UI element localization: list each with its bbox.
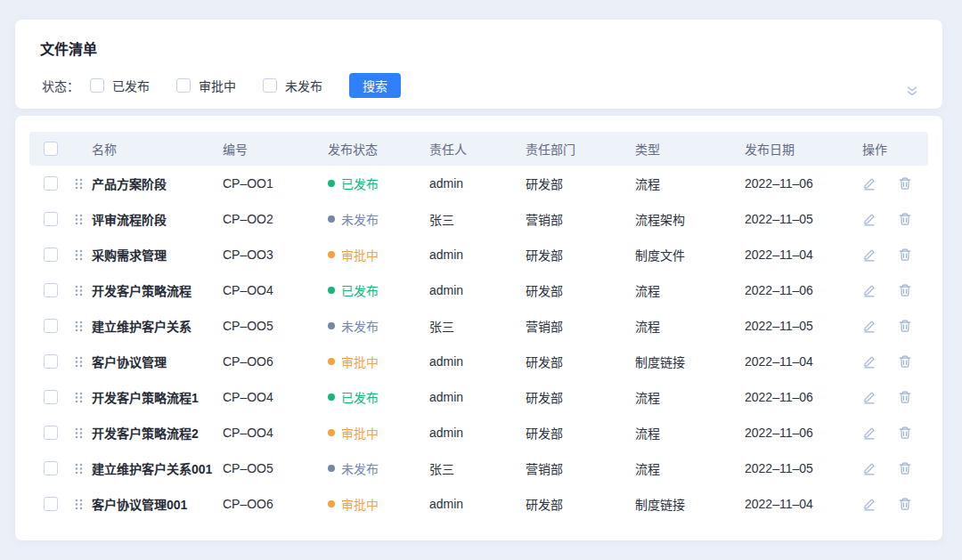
edit-icon[interactable]	[862, 283, 876, 297]
edit-icon[interactable]	[862, 497, 876, 511]
row-dept: 营销部	[526, 317, 635, 335]
table-row: 开发客户策略流程1 CP–OO4 已发布 admin 研发部 流程 2022–1…	[29, 379, 928, 415]
status-dot-icon	[328, 215, 335, 223]
delete-icon[interactable]	[898, 497, 912, 511]
row-dept: 研发部	[526, 281, 635, 299]
edit-icon[interactable]	[862, 212, 876, 226]
row-dept: 研发部	[526, 424, 635, 442]
delete-icon[interactable]	[898, 426, 912, 440]
drag-handle-icon[interactable]	[75, 285, 83, 296]
row-dept: 研发部	[526, 353, 635, 370]
filter-option-unpublished[interactable]: 未发布	[263, 77, 322, 94]
status-dot-icon	[328, 180, 335, 187]
row-checkbox[interactable]	[44, 354, 58, 369]
row-checkbox[interactable]	[44, 461, 58, 475]
row-dept: 研发部	[526, 495, 635, 513]
row-type: 制度文件	[635, 246, 745, 264]
drag-handle-icon[interactable]	[75, 214, 83, 225]
row-code: CP–OO6	[223, 497, 328, 511]
table-row: 客户协议管理001 CP–OO6 审批中 admin 研发部 制度链接 2022…	[29, 486, 928, 522]
table-row: 客户协议管理 CP–OO6 审批中 admin 研发部 制度链接 2022–11…	[29, 344, 928, 379]
status-label: 未发布	[341, 317, 379, 335]
table-row: 开发客户策略流程 CP–OO4 已发布 admin 研发部 流程 2022–11…	[29, 272, 928, 308]
drag-handle-icon[interactable]	[75, 321, 83, 332]
edit-icon[interactable]	[862, 176, 876, 191]
status-dot-icon	[328, 287, 335, 294]
search-button[interactable]: 搜索	[349, 73, 401, 98]
row-code: CP–OO5	[223, 461, 328, 475]
column-header-dept: 责任部门	[526, 140, 635, 158]
row-checkbox[interactable]	[44, 319, 58, 333]
status-dot-icon	[328, 322, 335, 329]
delete-icon[interactable]	[898, 461, 912, 475]
row-code: CP–OO2	[223, 212, 328, 226]
delete-icon[interactable]	[898, 319, 912, 333]
table-header-row: 名称 编号 发布状态 责任人 责任部门 类型 发布日期 操作	[29, 132, 928, 166]
edit-icon[interactable]	[862, 319, 876, 333]
checkbox-unpublished[interactable]	[263, 78, 277, 93]
delete-icon[interactable]	[898, 390, 912, 404]
edit-icon[interactable]	[862, 390, 876, 404]
drag-handle-icon[interactable]	[75, 427, 83, 439]
edit-icon[interactable]	[862, 426, 876, 440]
status-dot-icon	[328, 500, 335, 507]
row-name: 评审流程阶段	[92, 210, 167, 228]
status-label: 已发布	[341, 174, 379, 192]
drag-handle-icon[interactable]	[75, 249, 83, 261]
row-checkbox[interactable]	[44, 248, 58, 262]
row-owner: admin	[429, 354, 526, 369]
column-header-code: 编号	[223, 140, 328, 158]
row-checkbox[interactable]	[44, 426, 58, 440]
delete-icon[interactable]	[898, 354, 912, 369]
checkbox-approving[interactable]	[176, 78, 191, 93]
row-type: 制度链接	[635, 353, 745, 370]
row-owner: admin	[429, 176, 526, 191]
row-owner: admin	[429, 283, 526, 297]
row-type: 流程	[635, 174, 745, 192]
row-checkbox[interactable]	[44, 390, 58, 404]
row-checkbox[interactable]	[44, 176, 58, 191]
row-checkbox[interactable]	[44, 283, 58, 297]
status-badge: 已发布	[328, 281, 429, 299]
file-list-table: 名称 编号 发布状态 责任人 责任部门 类型 发布日期 操作 产品方案阶段 CP…	[15, 116, 942, 540]
select-all-checkbox[interactable]	[44, 142, 58, 156]
delete-icon[interactable]	[898, 248, 912, 262]
row-name: 建立维护客户关系001	[92, 459, 212, 477]
row-date: 2022–11–04	[745, 248, 862, 262]
double-chevron-down-icon[interactable]	[905, 84, 919, 98]
row-name: 产品方案阶段	[92, 174, 167, 192]
table-row: 评审流程阶段 CP–OO2 未发布 张三 营销部 流程架构 2022–11–05	[29, 201, 928, 237]
column-header-status: 发布状态	[328, 140, 429, 158]
drag-handle-icon[interactable]	[75, 178, 83, 190]
row-checkbox[interactable]	[44, 497, 58, 511]
drag-handle-icon[interactable]	[75, 392, 83, 403]
row-owner: 张三	[429, 210, 526, 228]
row-dept: 营销部	[526, 210, 635, 228]
row-owner: admin	[429, 497, 526, 511]
row-name: 建立维护客户关系	[92, 317, 192, 335]
filter-option-published[interactable]: 已发布	[90, 77, 150, 94]
checkbox-published[interactable]	[90, 78, 104, 93]
status-badge: 审批中	[328, 246, 429, 264]
edit-icon[interactable]	[862, 461, 876, 475]
row-dept: 研发部	[526, 174, 635, 192]
drag-handle-icon[interactable]	[75, 463, 83, 475]
row-date: 2022–11–06	[745, 390, 862, 404]
row-date: 2022–11–05	[745, 212, 862, 226]
row-date: 2022–11–04	[745, 354, 862, 369]
edit-icon[interactable]	[862, 248, 876, 262]
delete-icon[interactable]	[898, 176, 912, 191]
drag-handle-icon[interactable]	[75, 356, 83, 368]
filter-option-approving[interactable]: 审批中	[176, 77, 236, 94]
drag-handle-icon[interactable]	[75, 499, 83, 510]
delete-icon[interactable]	[898, 212, 912, 226]
column-header-type: 类型	[635, 140, 745, 158]
row-type: 流程	[635, 281, 745, 299]
checkbox-published-label: 已发布	[112, 77, 150, 94]
delete-icon[interactable]	[898, 283, 912, 297]
table-row: 开发客户策略流程2 CP–OO4 审批中 admin 研发部 流程 2022–1…	[29, 415, 928, 450]
edit-icon[interactable]	[862, 354, 876, 369]
filter-card: 文件清单 状态： 已发布 审批中 未发布 搜索	[15, 20, 942, 109]
row-checkbox[interactable]	[44, 212, 58, 226]
row-dept: 营销部	[526, 459, 635, 477]
